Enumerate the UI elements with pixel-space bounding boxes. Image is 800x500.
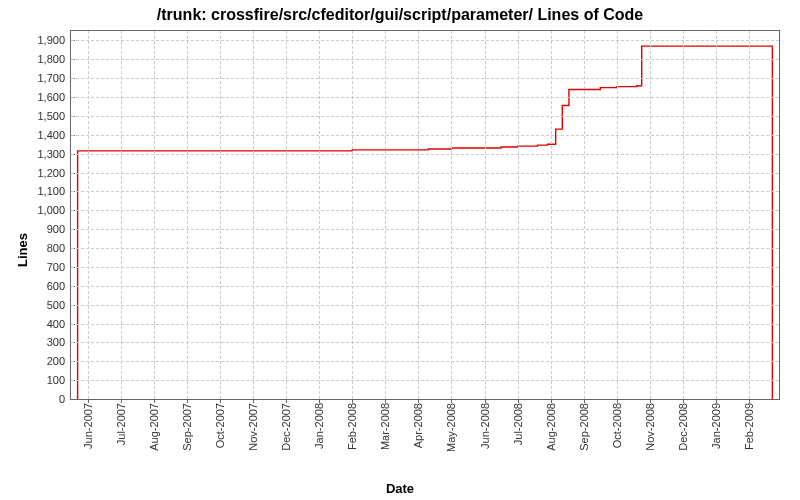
y-tick-label: 0 <box>59 393 71 405</box>
x-tick-label: Feb-2008 <box>346 399 358 450</box>
y-tick-label: 1,800 <box>37 53 71 65</box>
x-tick-label: Apr-2008 <box>412 399 424 448</box>
gridline-vertical <box>385 31 386 399</box>
x-tick-label: Oct-2008 <box>611 399 623 448</box>
gridline-horizontal <box>71 40 779 41</box>
y-tick-label: 1,700 <box>37 72 71 84</box>
gridline-horizontal <box>71 191 779 192</box>
x-tick-label: Oct-2007 <box>214 399 226 448</box>
gridline-vertical <box>121 31 122 399</box>
gridline-horizontal <box>71 380 779 381</box>
y-tick-label: 100 <box>47 374 71 386</box>
line-series <box>71 31 779 399</box>
x-tick-label: Jun-2008 <box>479 399 491 449</box>
x-tick-label: Jul-2008 <box>512 399 524 445</box>
x-tick-label: Sep-2008 <box>578 399 590 451</box>
gridline-horizontal <box>71 324 779 325</box>
gridline-vertical <box>220 31 221 399</box>
gridline-horizontal <box>71 267 779 268</box>
gridline-vertical <box>716 31 717 399</box>
y-axis-label: Lines <box>15 233 30 267</box>
x-tick-label: Sep-2007 <box>181 399 193 451</box>
gridline-horizontal <box>71 154 779 155</box>
gridline-vertical <box>617 31 618 399</box>
x-tick-label: Feb-2009 <box>743 399 755 450</box>
chart-title: /trunk: crossfire/src/cfeditor/gui/scrip… <box>0 6 800 24</box>
y-tick-label: 800 <box>47 242 71 254</box>
y-tick-label: 1,900 <box>37 34 71 46</box>
gridline-horizontal <box>71 210 779 211</box>
x-tick-label: Nov-2008 <box>644 399 656 451</box>
gridline-vertical <box>485 31 486 399</box>
gridline-horizontal <box>71 229 779 230</box>
x-tick-label: Jun-2007 <box>82 399 94 449</box>
gridline-vertical <box>88 31 89 399</box>
gridline-vertical <box>253 31 254 399</box>
x-tick-label: Mar-2008 <box>379 399 391 450</box>
x-tick-label: Nov-2007 <box>247 399 259 451</box>
y-tick-label: 400 <box>47 318 71 330</box>
y-tick-label: 900 <box>47 223 71 235</box>
plot-area: 01002003004005006007008009001,0001,1001,… <box>70 30 780 400</box>
x-tick-label: Dec-2007 <box>280 399 292 451</box>
gridline-horizontal <box>71 286 779 287</box>
y-tick-label: 1,300 <box>37 148 71 160</box>
gridline-vertical <box>518 31 519 399</box>
y-tick-label: 1,500 <box>37 110 71 122</box>
gridline-horizontal <box>71 116 779 117</box>
y-tick-label: 1,100 <box>37 185 71 197</box>
gridline-horizontal <box>71 173 779 174</box>
gridline-vertical <box>319 31 320 399</box>
x-tick-label: Aug-2007 <box>148 399 160 451</box>
y-tick-label: 500 <box>47 299 71 311</box>
x-axis-label: Date <box>0 481 800 496</box>
x-tick-label: Jan-2008 <box>313 399 325 449</box>
gridline-horizontal <box>71 59 779 60</box>
series-line <box>78 46 773 399</box>
x-tick-label: May-2008 <box>445 399 457 452</box>
gridline-horizontal <box>71 97 779 98</box>
gridline-vertical <box>418 31 419 399</box>
y-tick-label: 700 <box>47 261 71 273</box>
y-tick-label: 200 <box>47 355 71 367</box>
gridline-horizontal <box>71 78 779 79</box>
y-tick-label: 1,000 <box>37 204 71 216</box>
x-tick-label: Aug-2008 <box>545 399 557 451</box>
x-tick-label: Jan-2009 <box>710 399 722 449</box>
y-tick-label: 1,400 <box>37 129 71 141</box>
loc-chart: /trunk: crossfire/src/cfeditor/gui/scrip… <box>0 0 800 500</box>
gridline-vertical <box>584 31 585 399</box>
y-tick-label: 300 <box>47 336 71 348</box>
x-tick-label: Dec-2008 <box>677 399 689 451</box>
gridline-horizontal <box>71 248 779 249</box>
gridline-vertical <box>154 31 155 399</box>
gridline-vertical <box>749 31 750 399</box>
gridline-vertical <box>451 31 452 399</box>
y-tick-label: 1,600 <box>37 91 71 103</box>
gridline-vertical <box>650 31 651 399</box>
gridline-horizontal <box>71 305 779 306</box>
gridline-vertical <box>683 31 684 399</box>
gridline-vertical <box>551 31 552 399</box>
gridline-horizontal <box>71 342 779 343</box>
gridline-vertical <box>286 31 287 399</box>
gridline-vertical <box>187 31 188 399</box>
gridline-horizontal <box>71 135 779 136</box>
y-tick-label: 1,200 <box>37 167 71 179</box>
gridline-vertical <box>352 31 353 399</box>
y-tick-label: 600 <box>47 280 71 292</box>
gridline-horizontal <box>71 361 779 362</box>
x-tick-label: Jul-2007 <box>115 399 127 445</box>
